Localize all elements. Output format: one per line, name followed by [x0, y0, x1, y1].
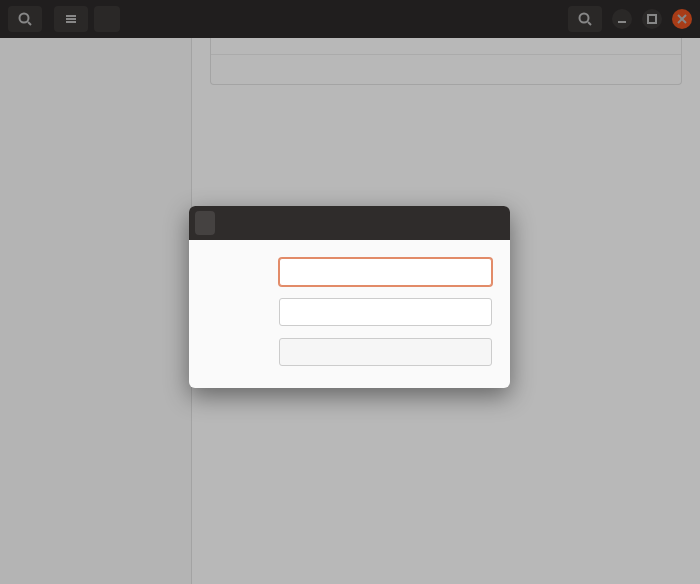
set-shortcut-button[interactable]: [279, 338, 492, 366]
add-custom-shortcut-dialog: [189, 206, 510, 388]
dialog-header: [189, 206, 510, 240]
command-input[interactable]: [279, 298, 492, 326]
add-button[interactable]: [484, 211, 504, 235]
cancel-button[interactable]: [195, 211, 215, 235]
name-input[interactable]: [279, 258, 492, 286]
